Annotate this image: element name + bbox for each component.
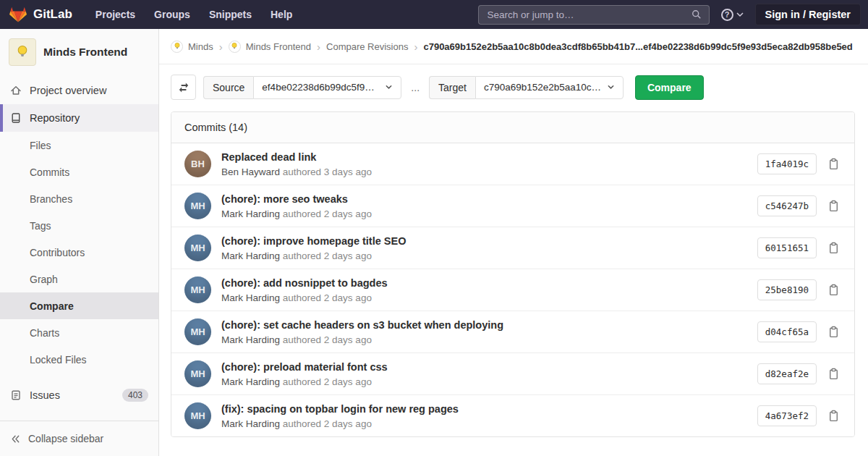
caret-down-icon xyxy=(385,83,393,91)
commit-meta: Ben Hayward authored 3 days ago xyxy=(221,166,372,177)
commit-author-avatar[interactable]: MH xyxy=(184,318,211,345)
copy-sha-button[interactable] xyxy=(826,324,841,339)
commit-author-avatar[interactable]: BH xyxy=(184,151,211,177)
swap-revisions-button[interactable] xyxy=(171,75,196,100)
commit-authored-time: authored 2 days ago xyxy=(283,250,372,261)
sidebar-subitem-compare[interactable]: Compare xyxy=(0,292,158,319)
breadcrumb: Minds › Minds Frontend › Compare Revisio… xyxy=(159,29,868,64)
commit-title[interactable]: (fix): spacing on topbar login for new r… xyxy=(221,403,459,415)
project-avatar xyxy=(9,38,36,66)
commit-title[interactable]: (chore): improve homepage title SEO xyxy=(221,235,406,247)
commit-author-avatar[interactable]: MH xyxy=(184,276,211,303)
commit-author-avatar[interactable]: MH xyxy=(184,360,211,387)
search-input[interactable] xyxy=(486,9,692,21)
commit-author[interactable]: Mark Harding xyxy=(221,334,280,345)
project-header[interactable]: Minds Frontend xyxy=(0,29,158,77)
sidebar-subitem-commits[interactable]: Commits xyxy=(0,159,158,185)
repo-subitems: Files Commits Branches Tags Contributors… xyxy=(0,132,158,373)
commit-right: 4a673ef2 xyxy=(757,405,841,426)
commit-title[interactable]: (chore): preload material font css xyxy=(221,361,388,373)
commit-sha[interactable]: 1fa4019c xyxy=(757,153,817,174)
commit-text: (fix): spacing on topbar login for new r… xyxy=(221,403,459,429)
collapse-sidebar-label: Collapse sidebar xyxy=(28,433,103,444)
lightbulb-icon xyxy=(14,44,30,60)
copy-sha-button[interactable] xyxy=(826,408,841,423)
commit-list: BH Replaced dead link Ben Hayward author… xyxy=(171,143,854,436)
commit-author[interactable]: Ben Hayward xyxy=(221,166,280,177)
copy-sha-button[interactable] xyxy=(826,156,841,172)
commit-authored-time: authored 2 days ago xyxy=(283,376,372,387)
commit-right: 1fa4019c xyxy=(757,153,841,174)
nav-item-help[interactable]: Help xyxy=(271,9,292,20)
nav-item-groups[interactable]: Groups xyxy=(154,9,190,20)
copy-sha-button[interactable] xyxy=(826,198,841,214)
sign-in-register-button[interactable]: Sign in / Register xyxy=(755,4,861,25)
breadcrumb-compare-revisions[interactable]: Compare Revisions xyxy=(326,41,408,52)
commit-title[interactable]: (chore): more seo tweaks xyxy=(221,193,372,205)
target-field-group: Target c790a69b152e2b5aa10c… xyxy=(429,76,624,99)
sidebar-item-repository[interactable]: Repository xyxy=(0,104,158,132)
project-sidebar: Minds Frontend Project overview Reposito… xyxy=(0,29,159,456)
source-field-group: Source ef4be02238d6b99dc5f9… xyxy=(203,76,401,99)
sidebar-subitem-files[interactable]: Files xyxy=(0,132,158,159)
commit-right: c546247b xyxy=(757,195,841,216)
nav-item-projects[interactable]: Projects xyxy=(95,9,135,20)
commit-authored-time: authored 2 days ago xyxy=(283,208,372,219)
swap-icon xyxy=(178,82,190,93)
copy-sha-button[interactable] xyxy=(826,366,841,381)
commit-title[interactable]: (chore): set cache headers on s3 bucket … xyxy=(221,319,503,331)
header-nav: Projects Groups Snippets Help xyxy=(95,9,293,20)
top-navbar: GitLab Projects Groups Snippets Help ? S… xyxy=(0,0,868,29)
commit-title[interactable]: Replaced dead link xyxy=(221,151,372,163)
source-revision-value: ef4be02238d6b99dc5f9… xyxy=(262,82,374,93)
sidebar-subitem-tags[interactable]: Tags xyxy=(0,212,158,239)
sidebar-subitem-branches[interactable]: Branches xyxy=(0,185,158,212)
commit-right: d82eaf2e xyxy=(757,363,841,384)
clipboard-icon xyxy=(827,368,840,380)
sidebar-subitem-locked-files[interactable]: Locked Files xyxy=(0,346,158,373)
commit-text: Replaced dead link Ben Hayward authored … xyxy=(221,151,372,177)
copy-sha-button[interactable] xyxy=(826,240,841,256)
sidebar-subitem-contributors[interactable]: Contributors xyxy=(0,239,158,266)
commit-author[interactable]: Mark Harding xyxy=(221,376,280,387)
target-revision-dropdown[interactable]: c790a69b152e2b5aa10c… xyxy=(475,76,624,99)
commit-author-avatar[interactable]: MH xyxy=(184,193,211,219)
commit-text: (chore): set cache headers on s3 bucket … xyxy=(221,319,503,345)
commit-row: MH (chore): improve homepage title SEO M… xyxy=(171,227,854,269)
commit-author[interactable]: Mark Harding xyxy=(221,292,280,303)
commit-row: MH (chore): preload material font css Ma… xyxy=(171,352,854,394)
nav-item-snippets[interactable]: Snippets xyxy=(209,9,252,20)
source-revision-dropdown[interactable]: ef4be02238d6b99dc5f9… xyxy=(253,76,401,99)
copy-sha-button[interactable] xyxy=(826,282,841,297)
commit-meta: Mark Harding authored 2 days ago xyxy=(221,418,459,429)
compare-button[interactable]: Compare xyxy=(635,75,704,100)
commit-authored-time: authored 2 days ago xyxy=(283,292,372,303)
commit-author[interactable]: Mark Harding xyxy=(221,208,280,219)
commit-author-avatar[interactable]: MH xyxy=(184,402,211,429)
breadcrumb-minds-frontend[interactable]: Minds Frontend xyxy=(246,41,311,52)
commit-sha[interactable]: 60151651 xyxy=(757,237,817,258)
commit-right: 60151651 xyxy=(757,237,841,258)
commit-sha[interactable]: c546247b xyxy=(757,195,817,216)
sidebar-subitem-graph[interactable]: Graph xyxy=(0,266,158,292)
commit-sha[interactable]: d82eaf2e xyxy=(757,363,817,384)
breadcrumb-minds[interactable]: Minds xyxy=(188,41,213,52)
clipboard-icon xyxy=(827,200,840,212)
sidebar-subitem-charts[interactable]: Charts xyxy=(0,319,158,346)
commit-sha[interactable]: 4a673ef2 xyxy=(757,405,817,426)
commit-text: (chore): add nosnippet to bagdes Mark Ha… xyxy=(221,277,388,303)
commit-meta: Mark Harding authored 2 days ago xyxy=(221,292,388,303)
commit-sha[interactable]: 25be8190 xyxy=(757,279,817,300)
commit-title[interactable]: (chore): add nosnippet to bagdes xyxy=(221,277,388,289)
sidebar-item-project-overview[interactable]: Project overview xyxy=(0,77,158,104)
gitlab-logo[interactable]: GitLab xyxy=(9,6,72,23)
commit-sha[interactable]: d04cf65a xyxy=(757,321,817,342)
sidebar-item-issues[interactable]: Issues 403 xyxy=(0,381,158,409)
commit-author[interactable]: Mark Harding xyxy=(221,418,280,429)
search-box[interactable] xyxy=(478,5,710,25)
commit-author[interactable]: Mark Harding xyxy=(221,250,280,261)
collapse-sidebar-button[interactable]: Collapse sidebar xyxy=(0,421,158,456)
help-menu[interactable]: ? xyxy=(721,9,744,21)
commit-right: 25be8190 xyxy=(757,279,841,300)
commit-author-avatar[interactable]: MH xyxy=(184,235,211,261)
